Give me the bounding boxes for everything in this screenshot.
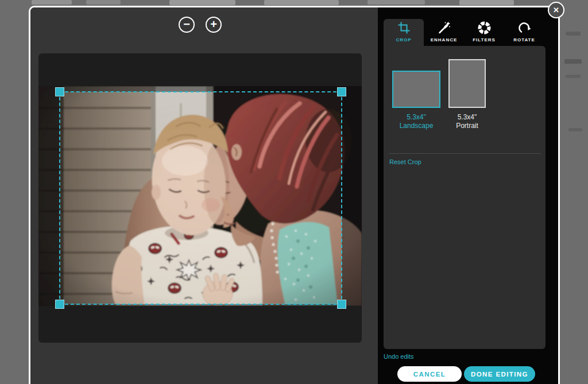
tab-enhance[interactable]: ENHANCE bbox=[424, 19, 464, 46]
close-icon: ✕ bbox=[553, 6, 559, 14]
editing-tabs: CROP ENHANCE FILTERS bbox=[384, 19, 544, 46]
zoom-out-button[interactable]: − bbox=[179, 17, 195, 33]
crop-size-label: 5.3x4" bbox=[456, 113, 478, 122]
crop-orientation-label: Portrait bbox=[456, 122, 478, 130]
aperture-icon bbox=[478, 21, 491, 34]
undo-edits-link[interactable]: Undo edits bbox=[384, 353, 414, 360]
cancel-button[interactable]: CANCEL bbox=[397, 366, 462, 382]
page-remnant bbox=[566, 32, 581, 36]
crop-icon bbox=[397, 21, 411, 34]
done-editing-button[interactable]: DONE EDITING bbox=[464, 366, 535, 382]
close-button[interactable]: ✕ bbox=[548, 2, 564, 18]
crop-handle-top-right[interactable] bbox=[337, 87, 346, 96]
panel-divider bbox=[389, 153, 541, 154]
page-remnant bbox=[566, 75, 581, 78]
portrait-thumbnail bbox=[448, 59, 486, 108]
minus-icon: − bbox=[183, 18, 190, 30]
crop-orientation-label: Landscape bbox=[400, 122, 434, 130]
magic-wand-icon bbox=[438, 21, 451, 34]
crop-panel: 5.3x4" Landscape 5.3x4" Portrait Reset C… bbox=[384, 46, 546, 349]
crop-handle-bottom-right[interactable] bbox=[337, 300, 346, 309]
photo-preview-pane: − + bbox=[30, 7, 378, 384]
landscape-caption: 5.3x4" Landscape bbox=[400, 113, 434, 130]
edit-photo-modal: − + bbox=[29, 6, 560, 384]
tab-label: ROTATE bbox=[513, 37, 535, 42]
tab-label: ENHANCE bbox=[431, 37, 458, 42]
reset-crop-link[interactable]: Reset Crop bbox=[389, 158, 421, 165]
page-remnant bbox=[169, 0, 235, 5]
page-remnant bbox=[86, 0, 121, 5]
tab-label: CROP bbox=[396, 37, 411, 42]
landscape-thumbnail bbox=[392, 71, 440, 108]
crop-aspect-options: 5.3x4" Landscape 5.3x4" Portrait bbox=[392, 59, 486, 130]
zoom-in-button[interactable]: + bbox=[206, 17, 222, 33]
page-remnant bbox=[32, 0, 72, 5]
rotate-arrow-icon bbox=[518, 21, 531, 34]
tab-rotate[interactable]: ROTATE bbox=[504, 19, 544, 46]
crop-option-portrait[interactable]: 5.3x4" Portrait bbox=[448, 59, 486, 130]
page-remnant bbox=[368, 0, 425, 5]
crop-handle-bottom-left[interactable] bbox=[55, 300, 64, 309]
crop-size-label: 5.3x4" bbox=[400, 113, 434, 122]
tab-filters[interactable]: FILTERS bbox=[464, 19, 504, 46]
crop-option-landscape[interactable]: 5.3x4" Landscape bbox=[392, 71, 440, 130]
crop-handle-top-left[interactable] bbox=[55, 87, 64, 96]
photo-editor-screen: − + bbox=[0, 0, 588, 384]
plus-icon: + bbox=[210, 18, 217, 30]
tab-label: FILTERS bbox=[473, 37, 496, 42]
crop-marquee[interactable] bbox=[59, 91, 342, 305]
page-remnant bbox=[264, 0, 339, 5]
page-remnant bbox=[459, 0, 514, 5]
photo-canvas[interactable] bbox=[38, 53, 362, 343]
portrait-caption: 5.3x4" Portrait bbox=[456, 113, 478, 130]
tab-crop[interactable]: CROP bbox=[384, 19, 424, 46]
page-remnant bbox=[568, 128, 582, 131]
editing-tools-pane: CROP ENHANCE FILTERS bbox=[378, 7, 558, 384]
page-remnant bbox=[564, 59, 582, 64]
